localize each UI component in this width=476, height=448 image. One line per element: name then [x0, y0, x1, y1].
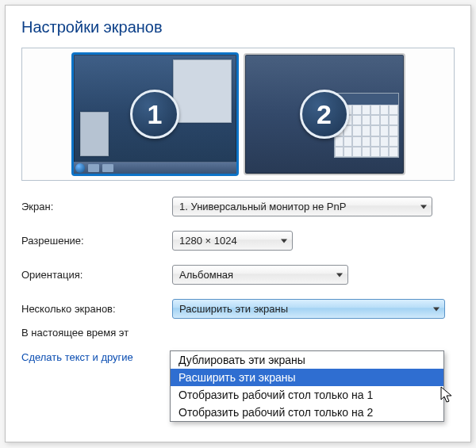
menu-item-duplicate[interactable]: Дублировать эти экраны	[171, 351, 443, 369]
screen-settings-window: Настройки экранов 1	[5, 5, 471, 442]
window-thumbnail	[173, 59, 232, 123]
page-title: Настройки экранов	[21, 18, 455, 36]
dropdown-multiple-displays-menu: Дублировать эти экраны Расширить эти экр…	[170, 350, 444, 422]
chevron-down-icon	[433, 307, 440, 311]
dropdown-multiple-displays[interactable]: Расширить эти экраны	[172, 299, 445, 319]
monitor-badge: 2	[300, 90, 349, 139]
current-main-display-text: В настоящее время эт	[21, 327, 455, 339]
label-multiple-displays: Несколько экранов:	[21, 303, 172, 315]
row-resolution: Разрешение: 1280 × 1024	[21, 231, 455, 251]
menu-item-show-on-2[interactable]: Отобразить рабочий стол только на 2	[171, 404, 443, 421]
row-display: Экран: 1. Универсальный монитор не PnP	[21, 197, 455, 216]
row-orientation: Ориентация: Альбомная	[21, 265, 455, 285]
dropdown-multiple-displays-value: Расширить эти экраны	[179, 303, 288, 315]
label-display: Экран:	[21, 201, 172, 213]
window-thumbnail	[80, 112, 109, 156]
dropdown-orientation[interactable]: Альбомная	[172, 265, 348, 285]
label-resolution: Разрешение:	[21, 235, 172, 247]
dropdown-resolution[interactable]: 1280 × 1024	[172, 231, 293, 251]
chevron-down-icon	[336, 273, 343, 277]
chevron-down-icon	[281, 239, 287, 243]
menu-item-show-on-1[interactable]: Отобразить рабочий стол только на 1	[171, 386, 443, 404]
dropdown-display[interactable]: 1. Универсальный монитор не PnP	[172, 197, 432, 216]
menu-item-extend[interactable]: Расширить эти экраны	[171, 369, 443, 386]
monitor-arrangement-panel[interactable]: 1 2	[21, 48, 455, 181]
dropdown-display-value: 1. Универсальный монитор не PnP	[179, 201, 346, 213]
chevron-down-icon	[420, 205, 427, 209]
row-multiple-displays: Несколько экранов: Расширить эти экраны	[21, 299, 455, 319]
dropdown-resolution-value: 1280 × 1024	[179, 235, 237, 247]
monitor-1[interactable]: 1	[71, 52, 239, 176]
dropdown-orientation-value: Альбомная	[179, 269, 233, 281]
monitor-badge: 1	[130, 90, 179, 139]
taskbar-thumbnail	[74, 162, 236, 174]
label-orientation: Ориентация:	[21, 269, 172, 281]
monitor-2[interactable]: 2	[244, 53, 405, 175]
